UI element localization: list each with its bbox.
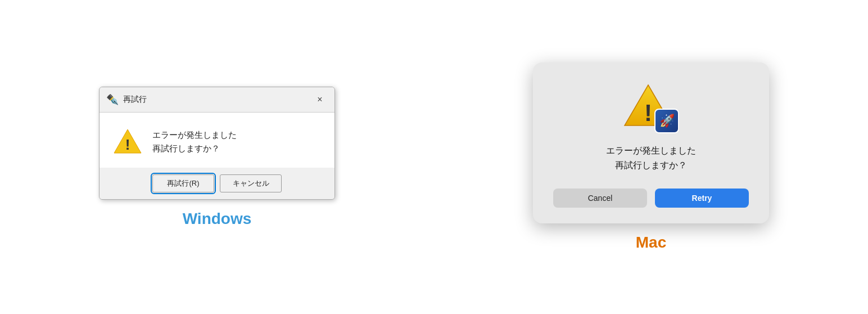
windows-app-icon: ✒️ <box>106 93 119 106</box>
mac-message: エラーが発生しました 再試行しますか？ <box>606 143 696 173</box>
mac-icon-area: ! 🚀 <box>623 83 679 133</box>
windows-cancel-button[interactable]: キャンセル <box>220 174 282 192</box>
windows-dialog: ✒️ 再試行 × ! エラーが発生しました 再試行しますか？ 再試行(R) キャ… <box>99 87 335 200</box>
svg-text:!: ! <box>125 136 130 153</box>
windows-close-button[interactable]: × <box>312 92 328 107</box>
windows-warning-icon: ! <box>113 128 142 156</box>
svg-text:!: ! <box>644 100 652 126</box>
mac-dialog: ! 🚀 エラーが発生しました 再試行しますか？ Cancel Retry <box>533 62 769 224</box>
windows-body: ! エラーが発生しました 再試行しますか？ <box>100 113 334 168</box>
mac-app-badge-emoji: 🚀 <box>659 114 675 128</box>
mac-retry-button[interactable]: Retry <box>655 189 749 208</box>
windows-title: 再試行 <box>123 95 308 105</box>
mac-section: ! 🚀 エラーが発生しました 再試行しますか？ Cancel Retry Mac <box>533 62 769 252</box>
mac-app-badge: 🚀 <box>654 109 679 133</box>
mac-label: Mac <box>636 234 666 252</box>
windows-section: ✒️ 再試行 × ! エラーが発生しました 再試行しますか？ 再試行(R) キャ… <box>99 87 335 228</box>
windows-retry-button[interactable]: 再試行(R) <box>152 174 214 192</box>
windows-message: エラーが発生しました 再試行しますか？ <box>152 128 237 155</box>
windows-titlebar: ✒️ 再試行 × <box>100 87 334 113</box>
mac-cancel-button[interactable]: Cancel <box>553 189 647 208</box>
windows-label: Windows <box>183 210 252 228</box>
mac-buttons: Cancel Retry <box>553 189 749 208</box>
windows-footer: 再試行(R) キャンセル <box>100 168 334 199</box>
